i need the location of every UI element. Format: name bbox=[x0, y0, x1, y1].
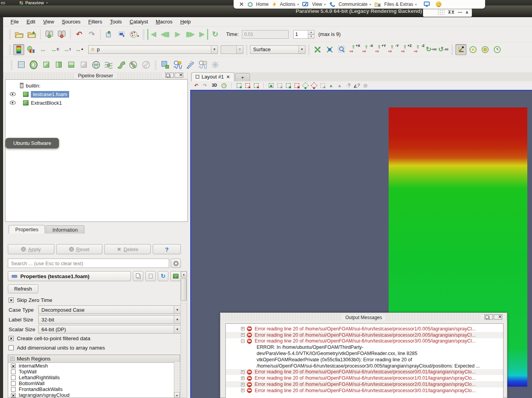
session-actions[interactable]: Actions bbox=[280, 2, 295, 7]
glyph-filter-button[interactable] bbox=[91, 60, 101, 70]
tab-layout-1[interactable]: Layout #1 ✕ bbox=[191, 72, 234, 81]
color-field-combo[interactable]: p ▼ bbox=[88, 45, 218, 54]
color-palette-button[interactable]: ▾ bbox=[129, 29, 140, 40]
reset-defaults-button[interactable]: ↻ bbox=[158, 271, 168, 281]
save-defaults-button[interactable]: ↓ bbox=[170, 271, 181, 281]
mesh-region-bottomwall[interactable]: BottomWall bbox=[8, 380, 180, 386]
play-button[interactable]: ▶ bbox=[172, 29, 183, 40]
drag-grip-icon[interactable] bbox=[437, 9, 445, 16]
close-icon[interactable]: ✕ bbox=[494, 314, 502, 319]
mesh-regions-checkbox[interactable]: × bbox=[10, 357, 14, 361]
grow-selection-button[interactable] bbox=[320, 83, 325, 89]
rescale-custom-button[interactable]: ↔C bbox=[50, 44, 61, 55]
undock-icon[interactable] bbox=[165, 73, 174, 78]
save-data-button[interactable] bbox=[26, 29, 37, 40]
expander-icon[interactable]: + bbox=[241, 333, 245, 337]
threshold-filter-button[interactable] bbox=[66, 60, 76, 70]
auto-apply-button[interactable] bbox=[104, 29, 115, 40]
menu-help[interactable]: Help bbox=[177, 18, 194, 25]
show-center-button[interactable] bbox=[468, 44, 478, 55]
select-cells-polygon-button[interactable] bbox=[268, 83, 274, 89]
session-home[interactable]: Home bbox=[256, 2, 269, 7]
interactive-select-points-button[interactable] bbox=[294, 83, 300, 89]
close-layout-icon[interactable]: ✕ bbox=[226, 74, 230, 80]
collapse-button[interactable]: ∧ bbox=[465, 10, 469, 14]
last-frame-button[interactable]: ▶ bbox=[197, 29, 208, 40]
scrollbar-thumb[interactable] bbox=[181, 278, 187, 301]
hover-points-button[interactable]: ▲ bbox=[337, 83, 343, 89]
view-minus-y-button[interactable]: ⇧⇨-Y bbox=[387, 44, 399, 55]
plot-over-time-button[interactable] bbox=[173, 60, 183, 70]
view-plus-z-button[interactable]: ⇧⇨+Z bbox=[400, 44, 412, 55]
loop-button[interactable]: ↻ bbox=[210, 29, 221, 40]
toolbar-handle[interactable] bbox=[143, 29, 145, 39]
home-icon[interactable] bbox=[248, 2, 253, 7]
pick-center-button[interactable] bbox=[480, 44, 491, 55]
visibility-eye-icon[interactable] bbox=[10, 101, 16, 105]
label-size-combo[interactable]: 32-bit▼ bbox=[38, 315, 181, 324]
view-plus-y-button[interactable]: ⇧⇨+Y bbox=[374, 44, 386, 55]
activities-label[interactable]: es bbox=[1, 0, 5, 5]
zoom-to-data-button[interactable] bbox=[324, 44, 335, 55]
redo-button[interactable]: ↷ bbox=[86, 29, 97, 40]
interactive-select-cells-button[interactable] bbox=[285, 83, 291, 89]
toggle-center-axes-button[interactable] bbox=[455, 44, 466, 55]
mesh-region-lagrangian-spraycloud[interactable]: ×lagrangian/sprayCloud bbox=[8, 392, 180, 398]
calculator-filter-button[interactable] bbox=[16, 60, 26, 70]
toolbar-handle[interactable] bbox=[308, 45, 310, 55]
undock-icon[interactable] bbox=[484, 314, 493, 319]
search-options-button[interactable] bbox=[171, 259, 181, 268]
undo-button[interactable]: ↶ bbox=[74, 29, 85, 40]
representation-combo[interactable]: Surface▼ bbox=[250, 45, 305, 54]
open-file-button[interactable] bbox=[14, 29, 25, 40]
stream-tracer-button[interactable] bbox=[104, 60, 114, 70]
minimize-button[interactable]: — bbox=[458, 10, 462, 14]
session-close-icon[interactable]: ✕ bbox=[239, 1, 244, 8]
view-plus-x-button[interactable]: ⇧⇨+X bbox=[348, 44, 360, 55]
camera-redo-button[interactable]: ↷ bbox=[202, 83, 208, 89]
load-state-button[interactable] bbox=[44, 29, 55, 40]
previous-frame-button[interactable]: ◀▮ bbox=[160, 29, 171, 40]
rescale-visible-button[interactable]: ↔● bbox=[74, 44, 85, 55]
menu-edit[interactable]: Edit bbox=[23, 18, 39, 25]
plot-selection-button[interactable] bbox=[185, 60, 195, 70]
toolbar-handle[interactable] bbox=[451, 45, 453, 55]
app-menu-label[interactable]: Paraview bbox=[25, 0, 44, 5]
group-datasets-button[interactable] bbox=[129, 60, 139, 70]
scroll-up-icon[interactable]: ▲ bbox=[181, 271, 187, 277]
camera-undo-button[interactable]: ↶ bbox=[193, 83, 199, 89]
menu-view[interactable]: View bbox=[39, 18, 57, 25]
scalar-size-combo[interactable]: 64-bit (DP)▼ bbox=[38, 325, 181, 334]
properties-section-header[interactable]: Properties (testcase1.foam) bbox=[8, 271, 131, 281]
selection-display-button[interactable] bbox=[160, 60, 170, 70]
search-input[interactable] bbox=[8, 259, 169, 268]
zoom-to-box-button[interactable] bbox=[336, 44, 347, 55]
frame-spinner[interactable]: ▲▼ bbox=[308, 30, 314, 39]
select-block-button[interactable] bbox=[277, 83, 282, 89]
dimensional-units-checkbox[interactable]: Add dimensional units to array names bbox=[9, 345, 105, 351]
slice-filter-button[interactable] bbox=[54, 60, 64, 70]
collapse-section-icon[interactable] bbox=[12, 275, 17, 278]
menu-macros[interactable]: Macros bbox=[152, 18, 176, 25]
pipeline-item-extractblock1[interactable]: ExtractBlock1 bbox=[5, 98, 187, 107]
help-button[interactable]: ? bbox=[153, 244, 181, 254]
menu-sources[interactable]: Sources bbox=[58, 18, 84, 25]
smiley-icon[interactable] bbox=[436, 2, 441, 7]
reset-button[interactable]: Reset bbox=[56, 244, 103, 254]
expander-icon[interactable]: − bbox=[241, 339, 245, 343]
scroll-up-icon[interactable]: ▲ bbox=[174, 392, 180, 398]
restore-icon[interactable]: ⊼⊻ bbox=[448, 10, 455, 14]
close-icon[interactable]: ✕ bbox=[175, 73, 183, 78]
color-component-combo[interactable]: ▼ bbox=[221, 45, 243, 54]
error-row[interactable]: + Error reading line 20 of /home/sui/Ope… bbox=[226, 369, 503, 375]
select-cells-rect-button[interactable] bbox=[236, 83, 242, 89]
first-frame-button[interactable]: ◀ bbox=[147, 29, 158, 40]
quartile-chart-button[interactable] bbox=[198, 60, 208, 70]
save-state-button[interactable] bbox=[56, 29, 67, 40]
skip-zero-time-checkbox[interactable]: ×Skip Zero Time bbox=[9, 297, 52, 303]
add-layout-tab[interactable]: + bbox=[235, 73, 250, 81]
error-row[interactable]: + Error reading line 20 of /home/sui/Ope… bbox=[226, 387, 503, 394]
menu-catalyst[interactable]: Catalyst bbox=[126, 18, 152, 25]
error-row[interactable]: + Error reading line 20 of /home/sui/Ope… bbox=[226, 381, 503, 387]
apply-button[interactable]: Apply bbox=[8, 244, 54, 254]
